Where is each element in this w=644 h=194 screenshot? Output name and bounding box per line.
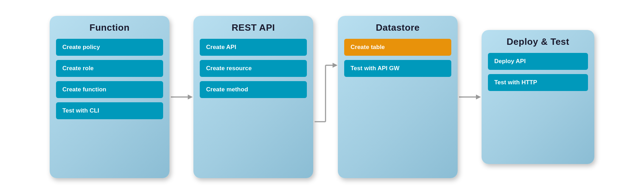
arrow-3 — [458, 92, 482, 102]
btn-test-http[interactable]: Test with HTTP — [488, 74, 588, 91]
btn-test-api-gw[interactable]: Test with API GW — [344, 60, 451, 77]
function-btn-list: Create policy Create role Create functio… — [56, 39, 163, 119]
btn-create-method[interactable]: Create method — [200, 81, 307, 98]
panel-function-title: Function — [56, 22, 163, 33]
panel-deploy-test-title: Deploy & Test — [488, 36, 588, 47]
datastore-btn-list: Create table Test with API GW — [344, 39, 451, 77]
panel-rest-api: REST API Create API Create resource Crea… — [193, 16, 313, 178]
svg-marker-5 — [333, 63, 338, 68]
panel-rest-api-title: REST API — [200, 22, 307, 33]
panel-datastore: Datastore Create table Test with API GW — [338, 16, 458, 178]
btn-create-policy[interactable]: Create policy — [56, 39, 163, 56]
arrow-1 — [169, 92, 193, 102]
panel-datastore-title: Datastore — [344, 22, 451, 33]
svg-marker-1 — [188, 95, 193, 99]
btn-create-role[interactable]: Create role — [56, 60, 163, 77]
rest-api-btn-list: Create API Create resource Create method — [200, 39, 307, 98]
btn-test-cli[interactable]: Test with CLI — [56, 102, 163, 119]
btn-create-api[interactable]: Create API — [200, 39, 307, 56]
diagram: Function Create policy Create role Creat… — [0, 9, 644, 185]
btn-create-function[interactable]: Create function — [56, 81, 163, 98]
btn-create-table[interactable]: Create table — [344, 39, 451, 56]
arrow-2 — [313, 16, 338, 178]
svg-marker-7 — [476, 95, 481, 99]
deploy-test-btn-list: Deploy API Test with HTTP — [488, 53, 588, 91]
btn-deploy-api[interactable]: Deploy API — [488, 53, 588, 70]
btn-create-resource[interactable]: Create resource — [200, 60, 307, 77]
panel-deploy-test: Deploy & Test Deploy API Test with HTTP — [482, 30, 594, 164]
panel-function: Function Create policy Create role Creat… — [50, 16, 169, 178]
